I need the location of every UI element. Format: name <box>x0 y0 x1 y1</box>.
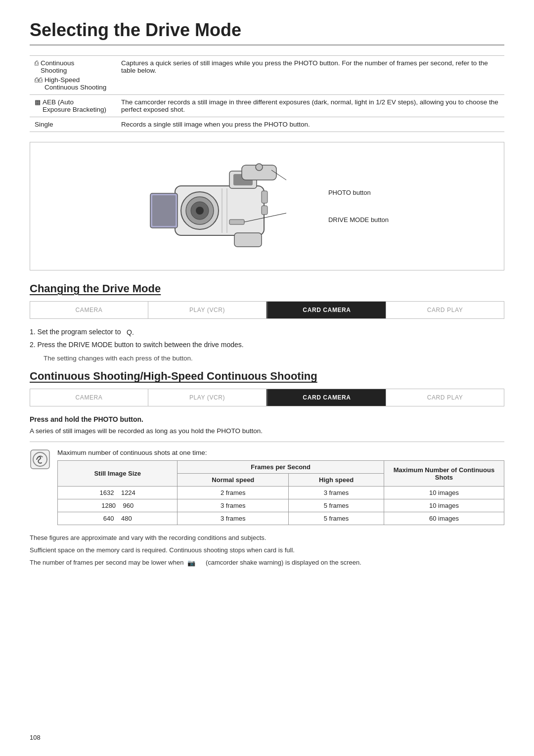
bold-instruction: Press and hold the PHOTO button. <box>30 415 504 423</box>
table-row: ▩ AEB (AutoExposure Bracketing) The camc… <box>30 95 504 117</box>
col-size-header: Still Image Size <box>58 461 178 487</box>
step-note: The setting changes with each press of t… <box>44 355 504 362</box>
table-row: 1280 960 3 frames 5 frames 10 images <box>58 499 504 512</box>
description-cell: Records a single still image when you pr… <box>116 117 504 132</box>
svg-text:📷: 📷 <box>187 559 196 567</box>
note-box: Maximum number of continuous shots at on… <box>30 442 504 525</box>
mode-card-play-1: CARD PLAY <box>386 302 504 318</box>
note-content: Maximum number of continuous shots at on… <box>57 449 504 525</box>
mode-camera-2: CAMERA <box>30 389 148 406</box>
mode-camera-1: CAMERA <box>30 302 148 318</box>
svg-rect-12 <box>152 195 176 226</box>
continuous-shooting-icon: ⎙ <box>35 59 39 67</box>
label-cell: Single <box>30 117 116 132</box>
title-divider <box>30 44 504 45</box>
mode-card-play-2: CARD PLAY <box>386 389 504 406</box>
note-intro: Maximum number of continuous shots at on… <box>57 449 504 456</box>
col-normal-header: Normal speed <box>178 474 289 487</box>
step-list-1: 1. Set the program selector to Q. 2. Pre… <box>30 328 504 349</box>
svg-rect-16 <box>229 220 244 224</box>
high-speed-icon: ⎙⎙ <box>35 76 43 84</box>
svg-rect-13 <box>234 233 262 247</box>
step-2: 2. Press the DRIVE MODE button to switch… <box>30 341 504 349</box>
drive-mode-text: DRIVE MODE button <box>328 216 389 223</box>
table-row: 640 480 3 frames 5 frames 60 images <box>58 512 504 525</box>
aeb-icon: ▩ <box>35 98 41 106</box>
data-table: Still Image Size Frames per Second Maxim… <box>57 460 504 525</box>
normal-cell: 2 frames <box>178 487 289 499</box>
camera-illustration <box>145 156 313 257</box>
footer-note-1: These figures are approximate and vary w… <box>30 533 504 543</box>
normal-cell: 3 frames <box>178 512 289 525</box>
size-cell: 1632 1224 <box>58 487 178 499</box>
high-cell: 3 frames <box>289 487 384 499</box>
svg-point-8 <box>256 164 263 171</box>
normal-cell: 3 frames <box>178 499 289 512</box>
page-number: 108 <box>30 734 41 741</box>
svg-rect-9 <box>262 191 267 203</box>
footer-note-3: The number of frames per second may be l… <box>30 558 504 568</box>
max-cell: 10 images <box>384 487 504 499</box>
step-1: 1. Set the program selector to Q. <box>30 328 504 337</box>
size-cell: 640 480 <box>58 512 178 525</box>
mode-bar-2: CAMERA PLAY (VCR) CARD CAMERA CARD PLAY <box>30 389 504 406</box>
high-cell: 5 frames <box>289 499 384 512</box>
table-header-row: Still Image Size Frames per Second Maxim… <box>58 461 504 474</box>
intro-table: ⎙ ContinuousShooting ⎙⎙ High-SpeedContin… <box>30 55 504 132</box>
high-cell: 5 frames <box>289 512 384 525</box>
body-text: A series of still images will be recorde… <box>30 427 504 435</box>
svg-rect-10 <box>262 206 267 215</box>
table-row: ⎙ ContinuousShooting ⎙⎙ High-SpeedContin… <box>30 56 504 95</box>
mode-play-vcr-1: PLAY (VCR) <box>148 302 267 318</box>
col-max-header: Maximum Number of Continuous Shots <box>384 461 504 487</box>
shake-warning-icon: 📷 <box>187 558 198 567</box>
mode-card-camera-2: CARD CAMERA <box>268 389 386 406</box>
drive-mode-label: DRIVE MODE button <box>328 216 389 223</box>
svg-point-4 <box>196 207 204 215</box>
col-high-header: High speed <box>289 474 384 487</box>
mode-play-vcr-2: PLAY (VCR) <box>148 389 267 406</box>
footer-note-2: Sufficient space on the memory card is r… <box>30 545 504 556</box>
mode-bar-1: CAMERA PLAY (VCR) CARD CAMERA CARD PLAY <box>30 301 504 319</box>
q-icon: Q. <box>127 328 136 337</box>
note-icon <box>30 449 50 471</box>
description-cell: Captures a quick series of still images … <box>116 56 504 95</box>
max-cell: 60 images <box>384 512 504 525</box>
mode-card-camera-1: CARD CAMERA <box>268 302 386 318</box>
camera-svg <box>145 156 313 255</box>
table-row: 1632 1224 2 frames 3 frames 10 images <box>58 487 504 499</box>
max-cell: 10 images <box>384 499 504 512</box>
label-cell: ▩ AEB (AutoExposure Bracketing) <box>30 95 116 117</box>
page-title: Selecting the Drive Mode <box>30 20 504 41</box>
photo-button-label: PHOTO button <box>328 189 389 196</box>
description-cell: The camcorder records a still image in t… <box>116 95 504 117</box>
col-fps-header: Frames per Second <box>178 461 384 474</box>
section1-title: Changing the Drive Mode <box>30 282 504 295</box>
camera-labels: PHOTO button DRIVE MODE button <box>328 189 389 223</box>
table-row: Single Records a single still image when… <box>30 117 504 132</box>
size-cell: 1280 960 <box>58 499 178 512</box>
memo-icon <box>30 449 50 470</box>
label-cell: ⎙ ContinuousShooting ⎙⎙ High-SpeedContin… <box>30 56 116 95</box>
section2-title: Continuous Shooting/High-Speed Continuou… <box>30 370 504 383</box>
svg-text:Q.: Q. <box>127 328 134 336</box>
photo-button-text: PHOTO button <box>328 189 371 196</box>
footer-notes: These figures are approximate and vary w… <box>30 533 504 568</box>
camera-diagram: PHOTO button DRIVE MODE button <box>30 142 504 270</box>
